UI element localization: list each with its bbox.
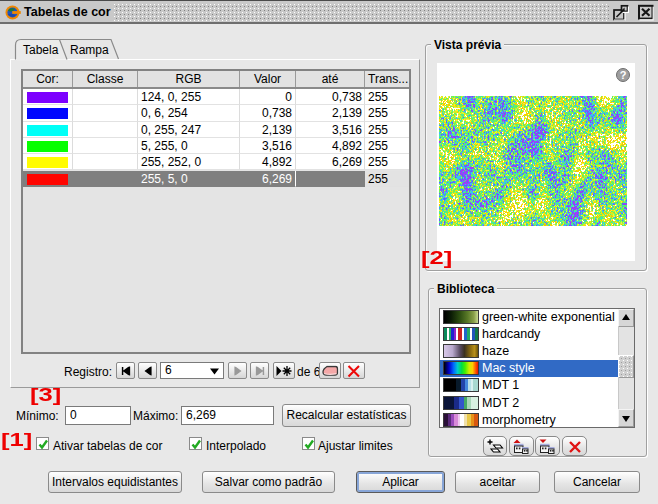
svg-text:Rampa: Rampa bbox=[70, 43, 109, 57]
svg-text:Tabela: Tabela bbox=[23, 43, 59, 57]
